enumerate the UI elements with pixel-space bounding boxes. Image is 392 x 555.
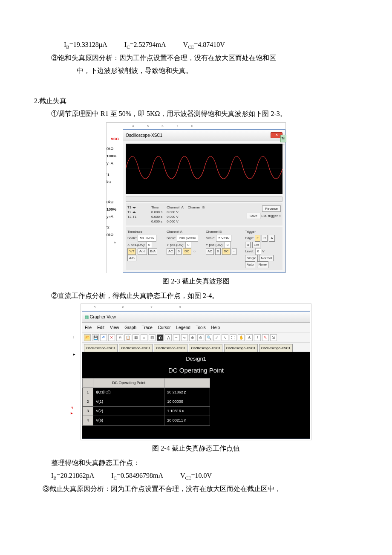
- oscilloscope-title: Oscilloscope-XSC1: [126, 131, 162, 139]
- save-button[interactable]: Save: [247, 213, 260, 219]
- tool-delete-icon[interactable]: ✕: [108, 334, 115, 341]
- chA-dc-button[interactable]: DC: [183, 248, 191, 255]
- edge-F-button[interactable]: F: [255, 235, 260, 242]
- ab-button[interactable]: A/B: [127, 255, 136, 262]
- tool-font-icon[interactable]: A: [246, 334, 253, 341]
- tool-undo-icon[interactable]: ↶: [100, 334, 107, 341]
- edge-A-button[interactable]: A: [269, 235, 274, 242]
- menu-edit[interactable]: Edit: [97, 325, 104, 330]
- tab-oscilloscope[interactable]: Oscilloscope-XSC1: [224, 344, 258, 352]
- tool-zoomy-icon[interactable]: ⤡: [222, 334, 228, 341]
- equation-line-2: IB=20.21862pAIC=0.58496798mAVCE=10.0V: [34, 469, 358, 483]
- equation-line-1: IB=19.33128μAIC=2.52794mAVCE=4.87410V: [34, 38, 358, 52]
- grapher-window-icon: ▦: [85, 315, 89, 319]
- chA-ac-button[interactable]: AC: [167, 248, 175, 255]
- tool-save-icon[interactable]: 💾: [92, 334, 99, 341]
- chB-dc-button[interactable]: DC: [222, 248, 231, 255]
- tool-copy-icon[interactable]: ⎘: [116, 334, 123, 341]
- reverse-button[interactable]: Reverse: [262, 205, 281, 212]
- edge-R-button[interactable]: R: [262, 235, 268, 242]
- ruler: 5 6 7 8: [81, 304, 311, 310]
- tool-zoomx-icon[interactable]: ⤢: [213, 334, 220, 341]
- trig-none-button[interactable]: None: [257, 261, 268, 268]
- trigger-marker-icon: Tri⎓: [280, 135, 286, 142]
- tab-oscilloscope[interactable]: Oscilloscope-XSC1: [259, 344, 293, 352]
- table-row: 1I(Q1[IC])20.21862 p: [83, 388, 210, 397]
- tool-paste-icon[interactable]: 📋: [124, 334, 131, 341]
- tool-export-icon[interactable]: ⇲: [270, 334, 277, 341]
- edge-B-button[interactable]: B: [245, 242, 251, 249]
- oscilloscope-window: Oscilloscope-XSC1 ✕ T1 ◂▸ T2 ◂▸ T2-T1 Ti…: [123, 129, 285, 273]
- tool-italic-icon[interactable]: I: [254, 334, 261, 341]
- section-2-title: 2.截止失真: [34, 95, 358, 107]
- chB-0-button[interactable]: 0: [215, 248, 220, 255]
- column-header: DC Operating Point: [93, 379, 164, 388]
- step-1-text: ①调节原理图中 R1 至 50%，即 5KΩ，用示波器测得饱和失真波形如下图 2…: [34, 107, 358, 120]
- chB-ac-button[interactable]: AC: [206, 248, 214, 255]
- tool-zoomin-icon[interactable]: ⊕: [189, 334, 196, 341]
- cutoff-analysis-line: ③截止失真原因分析：因为工作点设置不合理，没有在放大区而处在截止区中，: [34, 483, 358, 495]
- tool-blackwhite-icon[interactable]: ◐: [157, 334, 164, 341]
- tool-grid-icon[interactable]: ▦: [133, 334, 139, 341]
- menu-file[interactable]: File: [85, 325, 92, 330]
- grapher-tabs: Oscilloscope-XSC1 Oscilloscope-XSC1 Osci…: [82, 343, 310, 352]
- yt-button[interactable]: Y/T: [127, 248, 136, 255]
- grapher-left-labels: I ▸ '1 ▸: [71, 304, 81, 440]
- tool-hand-icon[interactable]: ✋: [238, 334, 245, 341]
- dc-operating-point-table: DC Operating Point 1I(Q1[IC])20.21862 p …: [82, 378, 210, 425]
- table-row: 3V(2)1.10816 u: [83, 407, 210, 416]
- menu-graph[interactable]: Graph: [124, 325, 136, 330]
- tool-fit-icon[interactable]: ⛶: [230, 334, 236, 341]
- scope-screen: [126, 144, 282, 194]
- grapher-toolbar: 📂 💾 ↶ ✕ ⎘ 📋 ▦ ≡ ▥ ◐ ⋀ ⋯ ∿ ⊕ ⊖ 🔍 ⤢ ⤡ ⛶ ✋ …: [82, 333, 310, 343]
- tab-oscilloscope[interactable]: Oscilloscope-XSC1: [84, 344, 118, 352]
- tab-oscilloscope[interactable]: Oscilloscope-XSC1: [154, 344, 187, 352]
- waveform-icon: [126, 144, 282, 194]
- tool-list-icon[interactable]: ≡: [141, 334, 147, 341]
- ba-button[interactable]: B/A: [148, 248, 157, 255]
- tool-open-icon[interactable]: 📂: [84, 334, 91, 341]
- tool-dots-icon[interactable]: ⋯: [173, 334, 180, 341]
- edge-Ext-button[interactable]: Ext: [252, 242, 261, 249]
- cursor-readout: T1 ◂▸ T2 ◂▸ T2-T1 Time 0.000 s 0.000 s 0…: [126, 203, 282, 226]
- tool-cursor-icon[interactable]: ⋀: [165, 334, 172, 341]
- saturation-analysis-line2: 中，下边波形被削波，导致饱和失真。: [34, 64, 358, 77]
- trig-single-button[interactable]: Single: [245, 255, 258, 262]
- chB-minus-button[interactable]: -: [232, 248, 236, 255]
- oscilloscope-figure: 4 5 6 7 8 Tri⎓ VCC 0kΩ 100% y=A '1 kΩ 0k…: [106, 122, 286, 273]
- grapher-heading: Design1 DC Operating Point: [82, 352, 310, 378]
- tool-wave-icon[interactable]: ∿: [181, 334, 188, 341]
- menu-help[interactable]: Help: [211, 325, 220, 330]
- saturation-analysis-line1: ③饱和失真原因分析：因为工作点设置不合理，没有在放大区而处在饱和区: [34, 52, 358, 64]
- schematic-left-labels: VCC 0kΩ 100% y=A '1 kΩ 0kΩ 100% y=A '2 0…: [107, 129, 123, 248]
- menu-legend[interactable]: Legend: [176, 325, 190, 330]
- grapher-title: Grapher View: [90, 315, 116, 319]
- add-button[interactable]: Add: [138, 248, 147, 255]
- figure-2-3-caption: 图 2-3 截止失真波形图: [34, 275, 358, 288]
- figure-2-4-caption: 图 2-4 截止失真静态工作点值: [34, 442, 358, 455]
- grapher-table-wrap: DC Operating Point 1I(Q1[IC])20.21862 p …: [82, 378, 310, 438]
- tab-oscilloscope[interactable]: Oscilloscope-XSC1: [189, 344, 222, 352]
- tool-zoomout-icon[interactable]: ⊖: [197, 334, 204, 341]
- trig-normal-button[interactable]: Normal: [259, 255, 274, 262]
- step-2-text: ②直流工作点分析，得截止失真静态工作点，如图 2-4。: [34, 289, 358, 302]
- scope-scrollbar[interactable]: [126, 197, 282, 202]
- grapher-window: ▦ Grapher View File Edit View Graph Trac…: [82, 311, 310, 439]
- grapher-view-figure: I ▸ '1 ▸ 5 6 7 8 ▦ Grapher View File Edi…: [81, 304, 311, 440]
- result-summary-line: 整理得饱和失真静态工作点：: [34, 457, 358, 469]
- trig-auto-button[interactable]: Auto: [245, 261, 255, 268]
- chA-0-button[interactable]: 0: [176, 248, 181, 255]
- tool-zoom-icon[interactable]: 🔍: [205, 334, 212, 341]
- menu-tools[interactable]: Tools: [196, 325, 205, 330]
- ext-trigger-label: Ext. trigger: [261, 214, 278, 218]
- tab-oscilloscope[interactable]: Oscilloscope-XSC1: [119, 344, 153, 352]
- scope-controls: Timebase Scale: 50 us/Div X pos.(Div): 0…: [126, 227, 282, 270]
- tool-color-icon[interactable]: ✎: [262, 334, 269, 341]
- ruler: 4 5 6 7 8: [107, 123, 285, 129]
- menu-trace[interactable]: Trace: [142, 325, 153, 330]
- menu-view[interactable]: View: [110, 325, 119, 330]
- menu-cursor[interactable]: Cursor: [158, 325, 171, 330]
- table-row: 4V(6)20.00211 n: [83, 416, 210, 425]
- tool-chart-icon[interactable]: ▥: [149, 334, 156, 341]
- grapher-menu-bar: File Edit View Graph Trace Cursor Legend…: [82, 323, 310, 333]
